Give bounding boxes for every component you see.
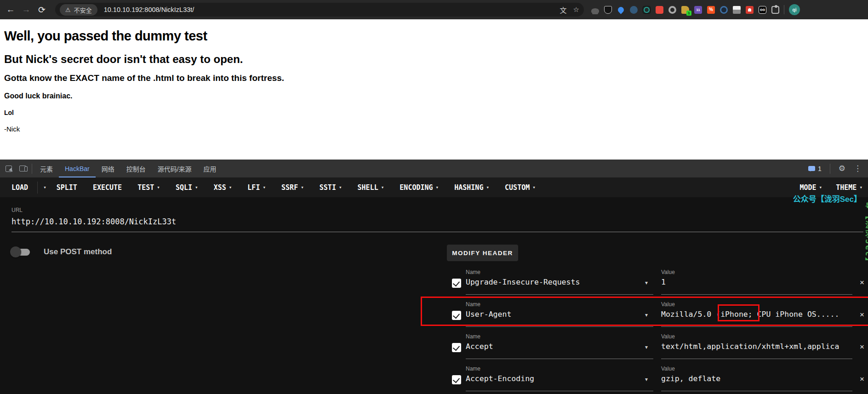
menu-xss[interactable]: XSS▾ [214,183,232,192]
red-figure-extension-icon[interactable] [746,6,754,14]
menu-load-chevron-down-icon[interactable]: ▾ [43,184,46,190]
value-underline [661,326,852,327]
tab-hackbar[interactable]: HackBar [59,160,96,177]
use-post-label: Use POST method [44,247,112,257]
header-value-input[interactable]: text/html,application/xhtml+xml,applica [661,342,853,351]
menu-ssrf[interactable]: SSRF▾ [281,183,304,192]
hackbar-panel: LOAD ▾ SPLIT EXECUTE TEST▾ SQLI▾ XSS▾ LF… [0,177,868,394]
header-value-input[interactable]: gzip, deflate [661,374,853,383]
pin-extension-icon[interactable] [617,6,625,14]
donut-extension-icon[interactable] [668,6,676,14]
ring-square-extension-icon[interactable] [643,6,651,14]
value-field-label: Value [661,333,675,340]
page-heading-2: But Nick's secret door isn't that easy t… [4,53,864,66]
page-heading-3: Gotta know the EXACT name of the .html t… [4,73,864,83]
url-input[interactable]: http://10.10.10.192:8008/NickIzL33t [11,217,176,226]
menu-execute[interactable]: EXECUTE [93,183,122,192]
header-name-chevron-down-icon[interactable]: ▾ [645,280,648,286]
tab-console[interactable]: 控制台 [120,160,152,177]
menu-shell[interactable]: SHELL▾ [358,183,384,192]
use-post-toggle[interactable] [11,249,30,256]
menu-test[interactable]: TEST▾ [137,183,160,192]
value-underline [661,294,852,295]
address-bar[interactable]: ⚠ 不安全 10.10.10.192:8008/NickIzL33t/ 文 ☆ [55,3,584,17]
stripes-extension-icon[interactable] [733,6,741,14]
profile-avatar[interactable]: qi [789,4,800,15]
menu-ssti[interactable]: SSTI▾ [320,183,342,192]
side-watermark-text: 公众号【泷羽Sec】公众号【泷羽Sec】公众号【泷羽Sec】 [863,202,868,391]
reload-icon[interactable]: ⟳ [34,5,50,15]
modify-header-button[interactable]: MODIFY HEADER [447,245,518,261]
security-chip[interactable]: ⚠ 不安全 [60,4,97,16]
oo-extension-icon[interactable]: oo [759,6,766,14]
header-checkbox[interactable] [452,311,461,320]
menu-load[interactable]: LOAD [11,183,28,192]
header-checkbox[interactable] [452,375,461,384]
header-name-input[interactable]: Accept-Encoding [466,374,631,383]
translate-icon[interactable]: 文 [560,5,567,15]
menu-split[interactable]: SPLIT [57,183,77,192]
extensions-puzzle-icon[interactable] [771,6,779,14]
percent-extension-icon[interactable]: % [707,6,715,14]
hackbar-hat-extension-icon[interactable] [591,8,599,13]
menu-sqli[interactable]: SQLI▾ [176,183,198,192]
bookmark-star-icon[interactable]: ☆ [573,6,579,14]
value-field-label: Value [661,365,675,372]
warning-icon: ⚠ [65,6,71,13]
use-post-toggle-row: Use POST method [11,246,112,258]
chevron-down-icon: ▾ [486,184,489,190]
address-url[interactable]: 10.10.10.192:8008/NickIzL33t/ [104,6,554,13]
name-field-label: Name [466,269,480,275]
tab-elements[interactable]: 元素 [34,160,59,177]
device-toolbar-icon[interactable] [19,166,26,171]
devtools-separator [830,164,830,174]
security-label: 不安全 [74,6,92,14]
back-icon[interactable]: ← [3,5,18,15]
devtools-right-icons: 1 ⚙ ⋮ [808,164,868,174]
devtools-menu-kebab-icon[interactable]: ⋮ [854,164,862,173]
tab-network[interactable]: 网络 [96,160,120,177]
settings-gear-icon[interactable]: ⚙ [839,164,845,173]
header-checkbox[interactable] [452,279,461,288]
header-name-chevron-down-icon[interactable]: ▾ [645,312,648,318]
tab-application[interactable]: 应用 [198,160,223,177]
console-messages-button[interactable]: 1 [808,165,822,172]
menu-mode[interactable]: MODE▾ [799,183,822,192]
extension-badge: 1 [686,11,691,16]
chevron-down-icon: ▾ [301,184,304,190]
flask-extension-icon[interactable] [604,6,612,14]
menu-hashing[interactable]: HASHING▾ [454,183,489,192]
header-name-input[interactable]: Upgrade-Insecure-Requests [466,278,631,286]
menu-lfi[interactable]: LFI▾ [247,183,266,192]
page-signature: -Nick [4,125,864,133]
menu-theme[interactable]: THEME▾ [836,183,862,192]
swirl-extension-icon[interactable] [720,6,728,14]
purple-extension-icon[interactable]: 11 [694,6,702,14]
header-value-input[interactable]: 1 [661,278,853,286]
value-field-label: Value [661,301,675,308]
page-heading-5: Lol [4,109,864,116]
forward-icon[interactable]: → [18,5,34,15]
bird-extension-icon[interactable] [630,6,638,14]
header-name-input[interactable]: Accept [466,342,631,351]
tab-sources[interactable]: 源代码/来源 [152,160,198,177]
inspect-element-icon[interactable] [6,166,12,172]
page-heading-4: Good luck brainiac. [4,92,864,100]
menu-separator [37,182,38,194]
chevron-down-icon: ▾ [339,184,342,190]
chevron-down-icon: ▾ [195,184,198,190]
header-name-chevron-down-icon[interactable]: ▾ [645,376,648,383]
chevron-down-icon: ▾ [381,184,384,190]
flag-extension-icon[interactable]: 1 [681,6,689,14]
header-name-chevron-down-icon[interactable]: ▾ [645,344,648,350]
hackbar-watermark: 公众号【泷羽Sec】 [793,193,862,204]
header-value-input[interactable]: Mozilla/5.0 (iPhone; CPU iPhone OS..... [661,310,853,319]
menu-encoding[interactable]: ENCODING▾ [400,183,439,192]
toggle-knob [10,246,21,257]
header-checkbox[interactable] [452,343,461,352]
dice-extension-icon[interactable] [656,6,663,14]
hackbar-right-menu: MODE▾ THEME▾ [799,183,868,192]
url-field-label: URL [11,207,23,213]
header-name-input[interactable]: User-Agent [466,310,631,319]
menu-custom[interactable]: CUSTOM▾ [505,183,536,192]
